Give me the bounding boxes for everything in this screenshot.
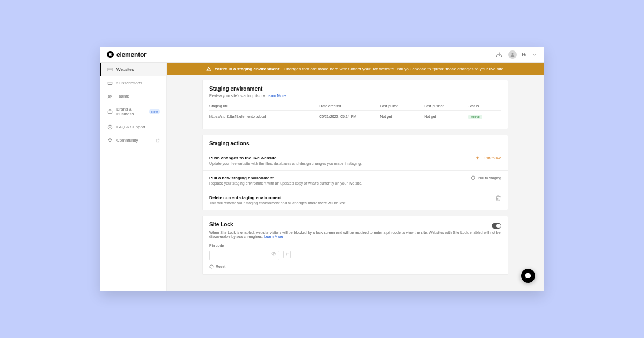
table-row: https://stg-f18a49.elementor.cloud 05/21… <box>209 111 501 123</box>
svg-point-12 <box>273 253 275 255</box>
pull-title: Pull a new staging environment <box>209 175 362 180</box>
sidebar-item-teams[interactable]: Teams <box>100 90 166 103</box>
copy-icon <box>285 252 290 257</box>
pull-desc: Replace your staging environment with an… <box>209 181 362 185</box>
pin-label: Pin code <box>209 244 501 247</box>
app-window: E elementor Hi Websites Subscriptions <box>100 47 544 291</box>
svg-rect-13 <box>287 254 289 256</box>
avatar[interactable] <box>508 50 517 59</box>
staging-table: Staging url Date created Last pulled Las… <box>209 102 501 123</box>
info-icon <box>107 124 113 130</box>
sidebar-item-community[interactable]: Community <box>100 134 166 147</box>
learn-more-link[interactable]: Learn More <box>267 94 286 98</box>
table-header: Staging url Date created Last pulled Las… <box>209 102 501 111</box>
reset-icon <box>209 264 214 269</box>
chat-button[interactable] <box>521 269 535 283</box>
push-to-live-button[interactable]: Push to live <box>475 156 501 160</box>
delete-title: Delete current staging environment <box>209 195 346 200</box>
sidebar-item-label: Teams <box>116 94 129 99</box>
staging-environment-card: Staging environment Review your site's s… <box>202 80 508 129</box>
pin-section: Pin code Reset <box>203 244 508 274</box>
delete-action-row: Delete current staging environment This … <box>203 190 508 210</box>
staging-env-sub: Review your site's staging history. Lear… <box>209 94 501 98</box>
topbar-right: Hi <box>495 50 538 59</box>
sidebar-item-brand[interactable]: Brand & Business New <box>100 103 166 120</box>
pull-to-staging-button[interactable]: Pull to staging <box>471 175 501 180</box>
brand[interactable]: E elementor <box>107 51 147 58</box>
topbar: E elementor Hi <box>100 47 544 63</box>
chat-icon <box>524 272 532 280</box>
community-icon <box>107 137 113 143</box>
svg-point-1 <box>511 53 513 54</box>
new-badge: New <box>149 109 160 114</box>
svg-point-6 <box>108 95 110 97</box>
brand-logo-icon: E <box>107 51 114 58</box>
svg-rect-4 <box>108 82 112 84</box>
staging-actions-card: Staging actions Push changes to the live… <box>202 135 508 210</box>
sidebar-item-label: Community <box>116 138 138 143</box>
briefcase-icon <box>107 109 113 115</box>
push-desc: Update your live website with the files,… <box>209 161 362 165</box>
trash-icon <box>495 195 501 201</box>
cell-pushed: Not yet <box>424 115 468 119</box>
sitelock-title: Site Lock <box>209 222 233 227</box>
delete-desc: This will remove your staging environmen… <box>209 201 346 205</box>
svg-rect-2 <box>108 68 112 71</box>
eye-icon[interactable] <box>271 251 276 256</box>
copy-pin-button[interactable] <box>283 251 291 258</box>
sidebar-item-label: Websites <box>116 67 134 72</box>
sidebar-item-label: Brand & Business <box>116 107 143 116</box>
svg-rect-8 <box>108 111 112 113</box>
warning-icon <box>206 66 211 71</box>
sidebar-item-websites[interactable]: Websites <box>100 63 166 76</box>
push-icon <box>475 156 480 160</box>
cell-pulled: Not yet <box>380 115 424 119</box>
staging-actions-title: Staging actions <box>209 141 501 146</box>
reset-pin-button[interactable]: Reset <box>209 264 501 269</box>
main-content: You're in a staging environment. Changes… <box>167 63 544 291</box>
subscriptions-icon <box>107 80 113 86</box>
greeting-text: Hi <box>522 52 527 57</box>
cell-url[interactable]: https://stg-f18a49.elementor.cloud <box>209 115 319 119</box>
teams-icon <box>107 93 113 99</box>
external-link-icon <box>156 138 160 143</box>
col-created: Date created <box>319 104 380 108</box>
alert-bold: You're in a staging environment. <box>215 67 281 71</box>
body: Websites Subscriptions Teams Brand & Bus… <box>100 63 544 291</box>
alert-text: Changes that are made here won't affect … <box>284 67 505 71</box>
col-pulled: Last pulled <box>380 104 424 108</box>
col-status: Status <box>468 104 501 108</box>
website-icon <box>107 67 113 72</box>
delete-staging-button[interactable] <box>495 195 501 201</box>
cell-status: Active <box>468 115 501 119</box>
col-pushed: Last pushed <box>424 104 468 108</box>
sidebar-item-faq[interactable]: FAQ & Support <box>100 120 166 134</box>
sitelock-card: Site Lock When Site Lock is enabled, web… <box>202 216 508 275</box>
staging-env-title: Staging environment <box>209 86 501 92</box>
brand-name: elementor <box>116 51 147 58</box>
col-url: Staging url <box>209 104 319 108</box>
cell-created: 05/21/2023, 05:14 PM <box>319 115 380 119</box>
push-title: Push changes to the live website <box>209 156 362 160</box>
staging-alert: You're in a staging environment. Changes… <box>167 63 544 75</box>
download-icon[interactable] <box>495 51 503 58</box>
svg-point-7 <box>110 95 112 97</box>
chevron-down-icon[interactable] <box>532 52 537 57</box>
pull-action-row: Pull a new staging environment Replace y… <box>203 171 508 190</box>
push-action-row: Push changes to the live website Update … <box>203 151 508 171</box>
pin-input[interactable] <box>209 251 279 260</box>
sitelock-toggle[interactable] <box>492 223 501 229</box>
sitelock-learn-more-link[interactable]: Learn More <box>264 234 283 238</box>
refresh-icon <box>471 175 475 180</box>
sitelock-desc: When Site Lock is enabled, website visit… <box>209 231 501 238</box>
sidebar: Websites Subscriptions Teams Brand & Bus… <box>100 63 167 291</box>
sidebar-item-label: FAQ & Support <box>116 124 145 129</box>
status-badge: Active <box>468 115 482 119</box>
sidebar-item-label: Subscriptions <box>116 80 142 85</box>
sidebar-item-subscriptions[interactable]: Subscriptions <box>100 76 166 90</box>
